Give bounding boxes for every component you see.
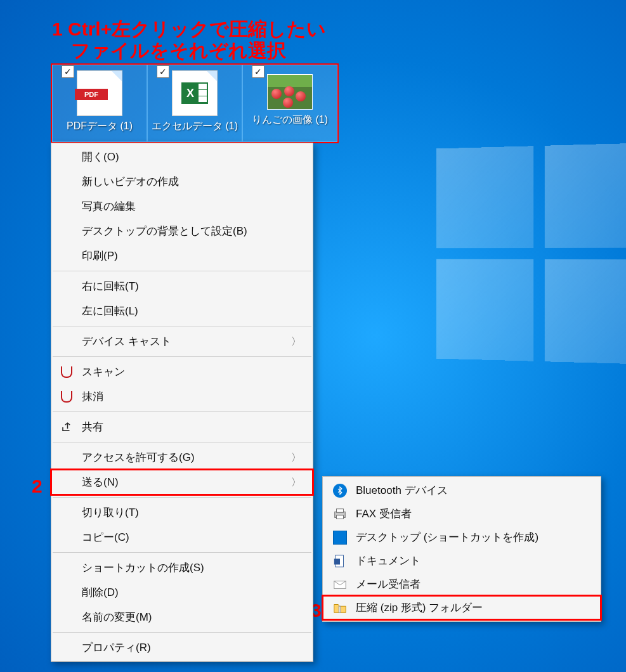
context-menu-item-label: 右に回転(T) xyxy=(82,279,139,294)
submenu-item-label: ドキュメント xyxy=(356,553,421,568)
menu-separator xyxy=(53,632,311,633)
context-menu-item-label: 名前の変更(M) xyxy=(82,610,152,624)
submenu-item-label: メール受信者 xyxy=(356,577,421,591)
context-menu-item[interactable]: 名前の変更(M) xyxy=(51,605,313,630)
context-menu-item[interactable]: 写真の編集 xyxy=(51,194,313,219)
context-menu-item-label: デバイス キャスト xyxy=(82,334,171,349)
context-menu: 開く(O)新しいビデオの作成写真の編集デスクトップの背景として設定(B)印刷(P… xyxy=(51,143,313,662)
submenu-item[interactable]: メール受信者 xyxy=(323,572,601,596)
submenu-item-label: デスクトップ (ショートカットを作成) xyxy=(356,530,538,545)
context-menu-item[interactable]: 削除(D) xyxy=(51,580,313,605)
submenu-item[interactable]: ドキュメント xyxy=(323,549,601,572)
context-menu-item[interactable]: 開く(O) xyxy=(51,145,313,169)
shield-icon xyxy=(60,366,73,378)
context-menu-item-label: 新しいビデオの作成 xyxy=(82,174,179,189)
context-menu-item[interactable]: 送る(N)〉 xyxy=(51,470,313,494)
svg-rect-1 xyxy=(337,508,344,512)
context-menu-item[interactable]: 切り取り(T) xyxy=(51,500,313,525)
submenu-item[interactable]: 圧縮 (zip 形式) フォルダー xyxy=(323,596,601,619)
context-menu-item-label: 開く(O) xyxy=(82,150,119,164)
annotation-step1-line2: ファイルをそれぞれ選択 xyxy=(71,39,286,62)
context-menu-item-label: デスクトップの背景として設定(B) xyxy=(82,224,247,238)
context-menu-item-label: スキャン xyxy=(82,365,125,379)
annotation-step2-number: 2 xyxy=(32,475,42,497)
context-menu-item[interactable]: コピー(C) xyxy=(51,525,313,550)
context-menu-item[interactable]: デスクトップの背景として設定(B) xyxy=(51,219,313,243)
fax-icon xyxy=(333,507,347,521)
context-menu-item[interactable]: スキャン xyxy=(51,359,313,384)
menu-separator xyxy=(53,411,311,412)
windows-logo xyxy=(436,143,626,364)
submenu-item-label: Bluetooth デバイス xyxy=(356,483,448,498)
context-menu-item-label: 左に回転(L) xyxy=(82,304,138,318)
context-menu-item-label: ショートカットの作成(S) xyxy=(82,560,204,575)
submenu-item[interactable]: デスクトップ (ショートカットを作成) xyxy=(323,526,601,549)
submenu-item[interactable]: Bluetooth デバイス xyxy=(323,479,601,502)
menu-separator xyxy=(53,326,311,326)
document-icon xyxy=(333,554,347,568)
svg-rect-6 xyxy=(339,606,341,612)
menu-separator xyxy=(53,271,311,271)
context-menu-item-label: 削除(D) xyxy=(82,585,119,600)
context-menu-item-label: 抹消 xyxy=(82,389,103,404)
annotation-step1-line1: 1 Ctrl+左クリックで圧縮したい xyxy=(52,18,326,41)
shield-icon xyxy=(60,391,73,403)
context-menu-item-label: 送る(N) xyxy=(82,475,119,489)
context-menu-item-label: 印刷(P) xyxy=(82,249,118,263)
share-icon xyxy=(60,421,73,434)
chevron-right-icon: 〉 xyxy=(291,475,301,489)
selection-checkbox[interactable]: ✓ xyxy=(157,65,169,78)
context-menu-item[interactable]: ショートカットの作成(S) xyxy=(51,555,313,580)
desktop-icon-label: エクセルデータ (1) xyxy=(152,120,238,133)
context-menu-item[interactable]: デバイス キャスト〉 xyxy=(51,329,313,354)
selected-icons-group: ✓ PDF PDFデータ (1) ✓ X エクセルデータ (1) ✓ りんごの画… xyxy=(51,63,339,143)
desktop-icon-label: りんごの画像 (1) xyxy=(252,113,328,127)
context-menu-item[interactable]: 新しいビデオの作成 xyxy=(51,169,313,194)
context-menu-item-label: 切り取り(T) xyxy=(82,505,139,520)
context-menu-item[interactable]: プロパティ(R) xyxy=(51,635,313,660)
chevron-right-icon: 〉 xyxy=(291,335,301,348)
context-menu-item-label: コピー(C) xyxy=(82,530,129,545)
context-menu-item-label: プロパティ(R) xyxy=(82,640,151,655)
context-menu-item-label: 写真の編集 xyxy=(82,199,136,214)
submenu-item-label: 圧縮 (zip 形式) フォルダー xyxy=(356,600,483,615)
desktop-icon-pdf[interactable]: ✓ PDF PDFデータ (1) xyxy=(52,65,147,142)
zip-folder-icon xyxy=(333,601,347,615)
context-menu-item[interactable]: 印刷(P) xyxy=(51,243,313,268)
context-menu-item[interactable]: 右に回転(T) xyxy=(51,274,313,299)
desktop-icon-image[interactable]: ✓ りんごの画像 (1) xyxy=(242,65,337,142)
context-menu-item[interactable]: 左に回転(L) xyxy=(51,299,313,323)
bluetooth-icon xyxy=(333,484,347,498)
menu-separator xyxy=(53,552,311,553)
image-file-icon xyxy=(267,74,313,110)
context-menu-item-label: 共有 xyxy=(82,420,103,434)
pdf-file-icon: PDF xyxy=(77,70,122,116)
context-menu-item[interactable]: 共有 xyxy=(51,415,313,439)
sendto-submenu: Bluetooth デバイスFAX 受信者デスクトップ (ショートカットを作成)… xyxy=(322,476,601,622)
selection-checkbox[interactable]: ✓ xyxy=(252,65,264,78)
context-menu-item-label: アクセスを許可する(G) xyxy=(82,450,195,465)
excel-file-icon: X xyxy=(172,70,218,116)
svg-rect-4 xyxy=(334,559,340,564)
selection-checkbox[interactable]: ✓ xyxy=(62,65,74,78)
desktop-icon xyxy=(333,531,347,545)
svg-rect-2 xyxy=(337,515,344,519)
desktop-icon-label: PDFデータ (1) xyxy=(67,120,133,133)
menu-separator xyxy=(53,497,311,498)
menu-separator xyxy=(53,442,311,443)
submenu-item[interactable]: FAX 受信者 xyxy=(323,502,601,526)
mail-icon xyxy=(333,578,347,591)
chevron-right-icon: 〉 xyxy=(291,451,301,464)
context-menu-item[interactable]: アクセスを許可する(G)〉 xyxy=(51,445,313,470)
context-menu-item[interactable]: 抹消 xyxy=(51,384,313,409)
menu-separator xyxy=(53,356,311,357)
desktop-icon-excel[interactable]: ✓ X エクセルデータ (1) xyxy=(147,65,242,142)
submenu-item-label: FAX 受信者 xyxy=(356,507,412,521)
